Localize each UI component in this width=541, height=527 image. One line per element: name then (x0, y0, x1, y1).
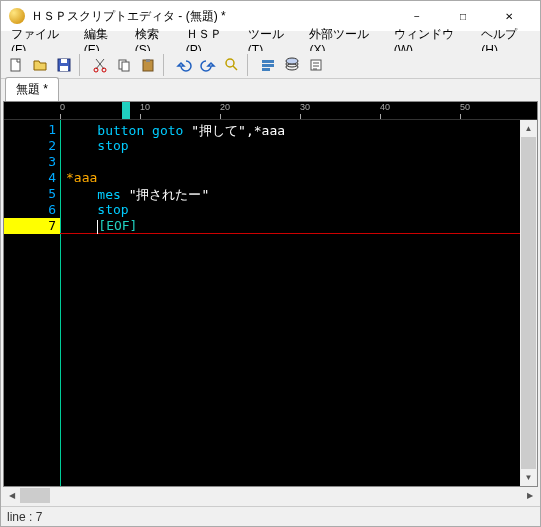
make-icon[interactable] (305, 54, 327, 76)
svg-rect-9 (146, 59, 150, 62)
line-number: 2 (4, 138, 60, 154)
line-number: 6 (4, 202, 60, 218)
svg-rect-11 (262, 60, 274, 63)
svg-rect-2 (61, 59, 67, 63)
ruler: 0 10 20 30 40 50 (4, 102, 537, 120)
code-line: button goto "押して",*aaa (60, 122, 520, 138)
svg-rect-12 (262, 64, 274, 67)
cut-icon[interactable] (89, 54, 111, 76)
svg-rect-13 (262, 68, 270, 71)
editor-body[interactable]: 1 2 3 4 5 6 7 button goto "押して",*aaa sto… (4, 120, 537, 486)
open-file-icon[interactable] (29, 54, 51, 76)
compile-icon[interactable] (281, 54, 303, 76)
horizontal-scrollbar[interactable]: ◀ ▶ (3, 487, 538, 504)
scroll-thumb[interactable] (20, 488, 50, 503)
status-line: line : 7 (7, 510, 42, 524)
app-window: ＨＳＰスクリプトエディタ - (無題) * − □ ✕ ファイル(F) 編集(E… (0, 0, 541, 527)
code-line: stop (60, 202, 520, 218)
app-icon (9, 8, 25, 24)
undo-icon[interactable] (173, 54, 195, 76)
scroll-down-icon[interactable]: ▼ (520, 469, 537, 486)
scroll-track[interactable] (520, 137, 537, 469)
redo-icon[interactable] (197, 54, 219, 76)
toolbar (1, 51, 540, 79)
window-title: ＨＳＰスクリプトエディタ - (無題) * (31, 8, 394, 25)
code-area[interactable]: button goto "押して",*aaa stop *aaa mes "押さ… (60, 120, 520, 486)
editor: 0 10 20 30 40 50 1 2 3 4 5 6 7 button go… (3, 101, 538, 487)
scroll-track[interactable] (20, 487, 521, 504)
new-file-icon[interactable] (5, 54, 27, 76)
code-line-current: [EOF] (60, 218, 520, 234)
svg-point-10 (226, 59, 234, 67)
scroll-up-icon[interactable]: ▲ (520, 120, 537, 137)
line-number-current: 7 (4, 218, 60, 234)
menubar: ファイル(F) 編集(E) 検索(S) ＨＳＰ(P) ツール(T) 外部ツール(… (1, 31, 540, 51)
code-line: mes "押されたー" (60, 186, 520, 202)
run-icon[interactable] (257, 54, 279, 76)
line-number: 5 (4, 186, 60, 202)
vertical-scrollbar[interactable]: ▲ ▼ (520, 120, 537, 486)
svg-rect-0 (11, 59, 20, 71)
ruler-cursor (122, 102, 130, 119)
paste-icon[interactable] (137, 54, 159, 76)
line-number: 1 (4, 122, 60, 138)
scroll-right-icon[interactable]: ▶ (521, 487, 538, 504)
copy-icon[interactable] (113, 54, 135, 76)
code-line: stop (60, 138, 520, 154)
statusbar: line : 7 (1, 506, 540, 526)
file-tab[interactable]: 無題 * (5, 77, 59, 101)
line-number: 4 (4, 170, 60, 186)
line-gutter: 1 2 3 4 5 6 7 (4, 120, 60, 486)
scroll-left-icon[interactable]: ◀ (3, 487, 20, 504)
scroll-thumb[interactable] (521, 137, 536, 469)
code-line (60, 154, 520, 170)
tabbar: 無題 * (1, 79, 540, 101)
save-icon[interactable] (53, 54, 75, 76)
svg-rect-7 (122, 62, 129, 71)
code-line: *aaa (60, 170, 520, 186)
svg-rect-3 (60, 66, 68, 71)
search-icon[interactable] (221, 54, 243, 76)
line-number: 3 (4, 154, 60, 170)
svg-point-16 (286, 58, 298, 64)
